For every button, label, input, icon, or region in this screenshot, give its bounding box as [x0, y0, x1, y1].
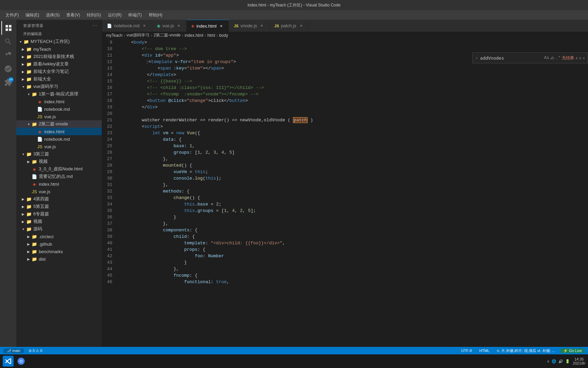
explorer-icon[interactable]: [1, 21, 15, 35]
tree-item-myteach[interactable]: ▶ 📁 myTeach: [16, 45, 102, 53]
line-number: 43: [102, 259, 119, 266]
search-expand-icon[interactable]: ›: [475, 56, 478, 61]
tree-root[interactable]: ▾ 📁 MYTEACH (工作区): [16, 38, 102, 45]
tree-item-2021[interactable]: ▶ 📁 2021前端全新技术栈: [16, 53, 102, 60]
tree-item-video1[interactable]: ▶ 📁 视频: [16, 158, 102, 165]
status-go-live[interactable]: ⚡ Go Live: [560, 349, 585, 353]
folder-icon: 📁: [31, 257, 37, 262]
status-info[interactable]: n. 片,补缀,碎片; 现,偶瓜 vt. 补缀; ...: [495, 348, 557, 353]
line-number: 42: [102, 253, 119, 259]
explorer-dots[interactable]: ···: [92, 22, 98, 29]
tab-close[interactable]: ✕: [176, 23, 181, 29]
breadcrumb-body[interactable]: body: [219, 33, 228, 38]
tree-item-source[interactable]: ▾ 📁 源码: [16, 225, 102, 233]
git-activity-icon[interactable]: [1, 48, 15, 62]
menu-run[interactable]: 运行(R): [105, 12, 125, 19]
line-number: 20: [102, 110, 119, 117]
taskbar-chrome[interactable]: [16, 356, 27, 367]
tab-close[interactable]: ✕: [142, 23, 147, 29]
tab-vue[interactable]: ◉ vue.js ✕: [152, 20, 186, 32]
network-icon[interactable]: 🌐: [552, 359, 556, 364]
tree-item-chapter4[interactable]: ▶ 📁 4第四篇: [16, 195, 102, 203]
tree-item-vnode-html[interactable]: ◈ 3_0_0_虚拟Node.html: [16, 165, 102, 173]
label: notebook.md: [44, 137, 102, 142]
line-content: methods: {: [119, 188, 588, 195]
tree-item-chapter1[interactable]: ▾ 📁 1第一篇-响应式原理: [16, 90, 102, 98]
status-language[interactable]: HTML: [477, 349, 492, 353]
status-branch[interactable]: ⎇ main: [3, 349, 24, 353]
tree-item-video-main[interactable]: ▶ 📁 视频: [16, 218, 102, 225]
search-input[interactable]: [480, 56, 542, 61]
line-content: <script>: [119, 123, 588, 130]
tree-item-chapter5[interactable]: ▶ 📁 5第五篇: [16, 203, 102, 210]
folder-icon: 📁: [26, 47, 32, 52]
taskbar-vscode[interactable]: [3, 356, 14, 367]
tree-item-aekley[interactable]: ▶ 📁 跟着Aekley读文章: [16, 60, 102, 68]
tree-item-chapter6[interactable]: ▶ 📁 6专题篇: [16, 210, 102, 218]
breadcrumb-chapter2[interactable]: 2第二篇-vnode: [153, 32, 180, 38]
menu-help[interactable]: 帮助(H): [146, 12, 165, 19]
system-tray-icon[interactable]: ∧: [547, 359, 550, 364]
search-activity-icon[interactable]: [1, 35, 15, 48]
folder-icon: 📁: [26, 204, 32, 209]
regex-icon[interactable]: .*: [556, 56, 560, 60]
tab-label: notebook.md: [114, 23, 140, 28]
tree-item-circleci[interactable]: ▶ 📁 .circleci: [16, 233, 102, 240]
case-icon[interactable]: Aa: [544, 56, 549, 60]
tab-vnode[interactable]: JS vnode.js ✕: [229, 20, 270, 32]
tree-item-index-html-3[interactable]: ◈ index.html: [16, 180, 102, 188]
label: 2021前端全新技术栈: [33, 53, 102, 60]
line-content: groups: [1, 2, 3, 4, 5]: [119, 149, 588, 156]
tree-item-frontend-uni[interactable]: ▶ 📁 前端大全学习笔记: [16, 68, 102, 75]
status-encoding[interactable]: UTF-8: [459, 349, 474, 353]
menu-file[interactable]: 文件(F): [3, 12, 21, 19]
menu-select[interactable]: 选择(S): [43, 12, 62, 19]
line-number: 18: [102, 97, 119, 104]
tab-close[interactable]: ✕: [218, 23, 224, 29]
tree-item-benchmarks[interactable]: ▶ 📁 benchmarks: [16, 248, 102, 255]
debug-activity-icon[interactable]: [1, 62, 15, 76]
line-content: <button @click="change">click</button>: [119, 97, 588, 104]
close-search-icon[interactable]: ✕: [583, 56, 585, 60]
code-line: 29 vueVm = this;: [102, 169, 588, 175]
nav-down-icon[interactable]: ∨: [579, 56, 582, 60]
tree-item-notebook-md-1[interactable]: 📄 notebook.md: [16, 105, 102, 113]
battery-icon[interactable]: 🔋: [565, 359, 570, 364]
tab-notebook[interactable]: 📄 notebook.md ✕: [102, 20, 152, 32]
menu-edit[interactable]: 编辑(E): [23, 12, 42, 19]
menu-goto[interactable]: 转到(G): [84, 12, 103, 19]
status-bar: ⎇ main ⊘ 0 ⚠ 0 UTF-8 HTML n. 片,补缀,碎片; 现,…: [0, 347, 588, 354]
word-icon[interactable]: ab: [550, 56, 554, 61]
taskbar-clock[interactable]: 14:35 2021/8/: [573, 357, 585, 365]
tree-item-notebook-md-2[interactable]: 📄 notebook.md: [16, 135, 102, 143]
arrow: ▶: [20, 77, 26, 81]
tree-item-chapter3[interactable]: ▾ 📁 3第三篇: [16, 150, 102, 158]
tree-item-frontend[interactable]: ▶ 📁 前端大全: [16, 75, 102, 83]
arrow: ▶: [20, 197, 26, 201]
tree-item-github[interactable]: ▶ 📁 .github: [16, 240, 102, 248]
menu-view[interactable]: 查看(V): [64, 12, 83, 19]
speaker-icon[interactable]: 🔊: [558, 359, 563, 364]
tree-item-index-html-1[interactable]: ◈ index.html: [16, 98, 102, 105]
tree-item-chapter2[interactable]: ▾ 📁 2第二篇-vnode: [16, 120, 102, 128]
tree-item-vue-source[interactable]: ▾ 📁 vue源码学习: [16, 83, 102, 90]
nav-up-icon[interactable]: ∧: [575, 56, 578, 60]
code-editor[interactable]: 9 <body> 10 <!-- dom tree --> 11 <div id…: [102, 39, 588, 347]
breadcrumb-myteach[interactable]: myTeach: [106, 33, 122, 38]
tree-item-dist[interactable]: ▶ 📁 dist: [16, 255, 102, 263]
status-errors[interactable]: ⊘ 0 ⚠ 0: [27, 349, 44, 353]
tab-patch[interactable]: JS patch.js ✕: [270, 20, 309, 32]
tab-close[interactable]: ✕: [298, 23, 304, 29]
tree-item-index-html-2[interactable]: ◈ index.html: [16, 128, 102, 135]
breadcrumb-vue-source[interactable]: vue源码学习: [127, 32, 149, 38]
menu-terminal[interactable]: 终端(T): [126, 12, 144, 19]
breadcrumb-html[interactable]: html: [207, 33, 215, 38]
extensions-activity-icon[interactable]: 40: [1, 76, 15, 89]
tree-item-vue-js-2[interactable]: JS vue.js: [16, 143, 102, 150]
tree-item-vue-js-3[interactable]: JS vue.js: [16, 188, 102, 195]
breadcrumb-index-html[interactable]: index.html: [185, 33, 203, 38]
tab-index-html[interactable]: ◈ index.html ✕: [186, 20, 229, 32]
tree-item-notes-md[interactable]: 📄 需要记忆的点.md: [16, 173, 102, 180]
tree-item-vue-js-1[interactable]: JS vue.js: [16, 113, 102, 120]
tab-close[interactable]: ✕: [259, 23, 264, 29]
